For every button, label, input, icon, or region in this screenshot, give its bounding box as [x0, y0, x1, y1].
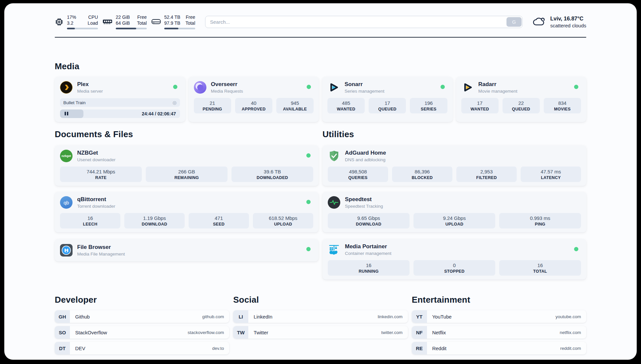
app-name: AdGuard Home: [345, 150, 386, 156]
link-badge: GH: [55, 310, 70, 323]
cpu-stat: 17% 3.2 CPU Load: [55, 14, 98, 29]
cpu-label-2: Load: [88, 20, 98, 26]
link-row-dev[interactable]: DT DEV dev.to: [55, 342, 229, 354]
weather-location-temp: Lviv, 16.87°C: [550, 15, 586, 22]
disk-label-2: Total: [185, 20, 195, 26]
app-name: Plex: [77, 81, 103, 88]
app-description: Movie management: [478, 89, 518, 94]
search-bar: G: [205, 16, 523, 28]
app-card-nzbget[interactable]: nzbget NZBGet Usenet downloader 744.21 M…: [55, 145, 319, 186]
app-card-filebrowser[interactable]: File Browser Media File Management: [55, 239, 319, 261]
app-card-radarr[interactable]: Radarr Movie management 17 WANTED 22 QUE…: [456, 77, 587, 122]
status-online-dot: [307, 85, 311, 89]
playback-progress-bar: 24:44 / 02:06:47: [60, 109, 180, 118]
link-badge: TW: [233, 326, 248, 339]
link-url: netflix.com: [560, 330, 581, 335]
sonarr-icon: [327, 81, 340, 94]
ram-progress-fill: [116, 28, 136, 29]
weather-condition: scattered clouds: [550, 23, 586, 28]
app-name: Radarr: [478, 81, 518, 88]
ram-icon: [103, 17, 112, 26]
link-row-twitter[interactable]: TW Twitter twitter.com: [233, 326, 408, 339]
link-row-linkedin[interactable]: LI LinkedIn linkedin.com: [233, 310, 408, 323]
status-online-dot: [306, 247, 311, 251]
app-description: DNS and adblocking: [345, 157, 386, 162]
portainer-crane-icon: [328, 243, 340, 256]
app-card-adguard[interactable]: AdGuard Home DNS and adblocking 498,508 …: [322, 145, 586, 186]
disk-icon: [151, 17, 161, 26]
now-playing-title: Bullet Train: [63, 100, 86, 105]
stat-available: 945 AVAILABLE: [276, 98, 314, 113]
cpu-progress-track: [67, 28, 98, 29]
playback-time: 24:44 / 02:06:47: [142, 111, 176, 116]
stat-queued: 22 QUEUED: [503, 98, 540, 113]
stat-queries: 498,508 QUERIES: [328, 167, 388, 182]
app-description: Media server: [77, 89, 103, 94]
link-row-youtube[interactable]: YT YouTube youtube.com: [412, 310, 586, 323]
app-card-portainer[interactable]: Media Portainer Container management 16 …: [322, 239, 586, 280]
link-name: StackOverflow: [75, 330, 107, 335]
app-card-plex[interactable]: Plex Media server Bullet Train ◎ 24:44 /…: [55, 77, 185, 122]
app-description: Media Requests: [211, 89, 243, 94]
ram-stat: 22 GiB 64 GiB Free Total: [103, 14, 147, 29]
link-url: github.com: [202, 314, 224, 319]
now-playing-bar: Bullet Train ◎: [60, 98, 180, 107]
status-online-dot: [441, 85, 445, 89]
app-name: qBittorrent: [77, 196, 115, 203]
disk-value-free: 52.4 TB: [164, 14, 180, 20]
app-description: Torrent downloader: [77, 204, 115, 209]
overseerr-icon: [194, 81, 206, 94]
app-card-sonarr[interactable]: Sonarr Series management 485 WANTED 17 Q…: [322, 77, 453, 122]
pause-icon[interactable]: [64, 112, 69, 116]
adguard-shield-icon: [328, 150, 340, 162]
cpu-value-percent: 17%: [67, 14, 76, 20]
radarr-icon: [461, 81, 474, 94]
speedtest-pulse-icon: [328, 196, 340, 209]
qbittorrent-icon: qb: [60, 196, 73, 209]
links-column-entertainment: Entertainment YT YouTube youtube.com NF …: [412, 295, 586, 354]
app-card-qbittorrent[interactable]: qb qBittorrent Torrent downloader 16 LEE…: [55, 192, 319, 232]
nzbget-icon: nzbget: [60, 150, 73, 162]
stat-upload: 9.24 Gbps UPLOAD: [413, 213, 495, 228]
playback-progress-fill: [60, 109, 83, 118]
section-title-developer: Developer: [55, 295, 229, 305]
link-name: Reddit: [432, 346, 446, 351]
disk-progress-fill: [164, 28, 178, 29]
stat-wanted: 17 WANTED: [461, 98, 499, 113]
ram-label-1: Free: [137, 14, 147, 20]
link-name: YouTube: [432, 314, 452, 319]
link-row-netflix[interactable]: NF Netflix netflix.com: [412, 326, 586, 339]
app-name: Media Portainer: [345, 243, 391, 250]
utilities-column: Utilities: [322, 129, 586, 280]
app-name: NZBGet: [77, 150, 115, 156]
section-title-documents: Documents & Files: [55, 129, 319, 139]
cpu-value-load: 3.2: [67, 20, 76, 26]
ram-progress-track: [116, 28, 147, 29]
app-card-speedtest[interactable]: Speedtest Speedtest Tracking 9.65 Gbps D…: [322, 192, 586, 232]
disk-value-total: 97.9 TB: [164, 20, 180, 26]
stat-ping: 0.993 ms PING: [499, 213, 581, 228]
link-row-stackoverflow[interactable]: SO StackOverflow stackoverflow.com: [55, 326, 229, 339]
stat-upload: 618.52 Mbps UPLOAD: [253, 213, 313, 228]
status-online-dot: [574, 85, 578, 89]
ram-value-free: 22 GiB: [116, 14, 130, 20]
app-description: Usenet downloader: [77, 157, 115, 162]
link-url: twitter.com: [381, 330, 403, 335]
app-description: Speedtest Tracking: [345, 204, 383, 209]
stat-series: 196 SERIES: [410, 98, 447, 113]
link-name: DEV: [75, 346, 85, 351]
link-row-github[interactable]: GH Github github.com: [55, 310, 229, 323]
search-engine-button[interactable]: G: [506, 17, 522, 27]
now-playing-cast-icon[interactable]: ◎: [172, 100, 176, 105]
app-card-overseerr[interactable]: Overseerr Media Requests 21 PENDING 40 A…: [189, 77, 319, 122]
stat-filtered: 2,953 FILTERED: [456, 167, 517, 182]
search-input[interactable]: [206, 19, 506, 25]
header-divider: [55, 37, 586, 38]
disk-label-1: Free: [185, 14, 195, 20]
link-badge: LI: [233, 310, 248, 323]
stat-rate: 744.21 Mbps RATE: [60, 167, 142, 182]
cloud-icon: [533, 15, 546, 28]
link-row-reddit[interactable]: RE Reddit reddit.com: [412, 342, 586, 354]
status-online-dot: [173, 85, 177, 89]
stat-blocked: 86,396 BLOCKED: [392, 167, 452, 182]
